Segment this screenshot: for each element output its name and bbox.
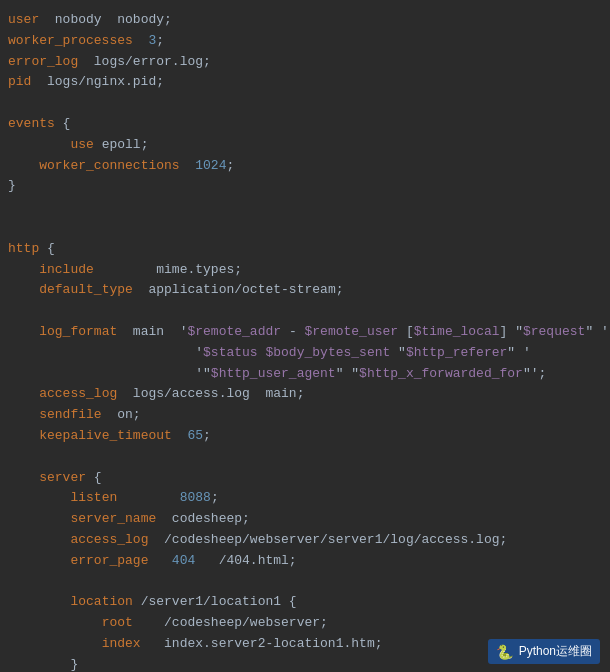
code-segment: /codesheep/webserver/server1/log/access.… <box>148 532 507 547</box>
code-line: error_page 404 /404.html; <box>8 551 602 572</box>
blank-line <box>8 301 602 322</box>
code-segment <box>8 158 39 173</box>
code-line: user nobody nobody; <box>8 10 602 31</box>
code-segment: use <box>70 137 93 152</box>
watermark-text: Python运维圈 <box>519 643 592 660</box>
code-segment: 1024 <box>195 158 226 173</box>
code-segment: $http_referer <box>406 345 507 360</box>
code-line: worker_processes 3; <box>8 31 602 52</box>
code-segment: ; <box>211 490 219 505</box>
code-line: access_log logs/access.log main; <box>8 384 602 405</box>
code-segment <box>172 428 188 443</box>
code-segment: $remote_user <box>304 324 398 339</box>
code-segment: on; <box>102 407 141 422</box>
code-line: error_log logs/error.log; <box>8 52 602 73</box>
code-segment: nobody nobody; <box>39 12 172 27</box>
watermark: 🐍 Python运维圈 <box>488 639 600 664</box>
blank-line <box>8 447 602 468</box>
code-line: include mime.types; <box>8 260 602 281</box>
code-segment: error_page <box>70 553 148 568</box>
blank-line <box>8 218 602 239</box>
blank-line <box>8 572 602 593</box>
code-segment: default_type <box>39 282 133 297</box>
code-segment: $body_bytes_sent <box>265 345 390 360</box>
code-segment: server_name <box>70 511 156 526</box>
code-segment <box>8 615 102 630</box>
code-segment: ; <box>156 33 164 48</box>
code-segment: /codesheep/webserver; <box>133 615 328 630</box>
code-segment: 404 <box>172 553 195 568</box>
code-segment: logs/nginx.pid; <box>31 74 164 89</box>
code-segment <box>8 470 39 485</box>
code-line: location /server1/location1 { <box>8 592 602 613</box>
code-segment: main ' <box>117 324 187 339</box>
code-line: listen 8088; <box>8 488 602 509</box>
code-segment: '" <box>8 366 211 381</box>
code-segment: { <box>39 241 55 256</box>
code-line: default_type application/octet-stream; <box>8 280 602 301</box>
code-segment <box>133 33 149 48</box>
code-segment: 65 <box>187 428 203 443</box>
blank-line <box>8 197 602 218</box>
code-segment: "'; <box>523 366 546 381</box>
code-line: pid logs/nginx.pid; <box>8 72 602 93</box>
code-segment: " " <box>336 366 359 381</box>
code-segment: log_format <box>39 324 117 339</box>
code-line: access_log /codesheep/webserver/server1/… <box>8 530 602 551</box>
code-segment: /404.html; <box>195 553 296 568</box>
code-segment: index.server2-location1.htm; <box>141 636 383 651</box>
code-segment <box>8 511 70 526</box>
code-segment: mime.types; <box>94 262 242 277</box>
code-editor: user nobody nobody;worker_processes 3;er… <box>0 0 610 672</box>
code-segment: $request <box>523 324 585 339</box>
code-line: sendfile on; <box>8 405 602 426</box>
code-segment: ' <box>8 345 203 360</box>
code-segment: " ' <box>585 324 608 339</box>
code-segment: application/octet-stream; <box>133 282 344 297</box>
code-segment: $http_user_agent <box>211 366 336 381</box>
code-segment: error_log <box>8 54 78 69</box>
code-segment: $time_local <box>414 324 500 339</box>
code-segment <box>8 636 102 651</box>
code-segment: user <box>8 12 39 27</box>
code-segment: access_log <box>70 532 148 547</box>
code-segment <box>8 553 70 568</box>
code-segment: events <box>8 116 55 131</box>
code-segment <box>117 490 179 505</box>
code-segment: http <box>8 241 39 256</box>
code-line: log_format main '$remote_addr - $remote_… <box>8 322 602 343</box>
code-segment: - <box>281 324 304 339</box>
code-line: server { <box>8 468 602 489</box>
code-segment: ; <box>203 428 211 443</box>
code-segment <box>8 386 39 401</box>
code-segment <box>8 532 70 547</box>
code-segment: " ' <box>507 345 530 360</box>
code-segment <box>8 137 70 152</box>
code-segment: location <box>70 594 132 609</box>
code-segment: } <box>8 178 16 193</box>
code-segment: pid <box>8 74 31 89</box>
code-line: root /codesheep/webserver; <box>8 613 602 634</box>
code-line: '$status $body_bytes_sent "$http_referer… <box>8 343 602 364</box>
code-segment: logs/access.log main; <box>117 386 304 401</box>
code-segment: access_log <box>39 386 117 401</box>
code-segment: root <box>102 615 133 630</box>
code-line: '"$http_user_agent" "$http_x_forwarded_f… <box>8 364 602 385</box>
watermark-icon: 🐍 <box>496 644 513 660</box>
code-segment: listen <box>70 490 117 505</box>
code-segment: { <box>86 470 102 485</box>
code-segment: logs/error.log; <box>78 54 211 69</box>
code-segment <box>8 594 70 609</box>
code-segment: " <box>390 345 406 360</box>
code-line: use epoll; <box>8 135 602 156</box>
code-line: keepalive_timeout 65; <box>8 426 602 447</box>
code-segment: { <box>55 116 71 131</box>
code-segment: ; <box>226 158 234 173</box>
code-line: } <box>8 176 602 197</box>
code-line: http { <box>8 239 602 260</box>
code-segment <box>8 262 39 277</box>
code-segment: } <box>8 657 78 672</box>
code-segment <box>8 324 39 339</box>
code-segment: epoll; <box>94 137 149 152</box>
code-segment: keepalive_timeout <box>39 428 172 443</box>
